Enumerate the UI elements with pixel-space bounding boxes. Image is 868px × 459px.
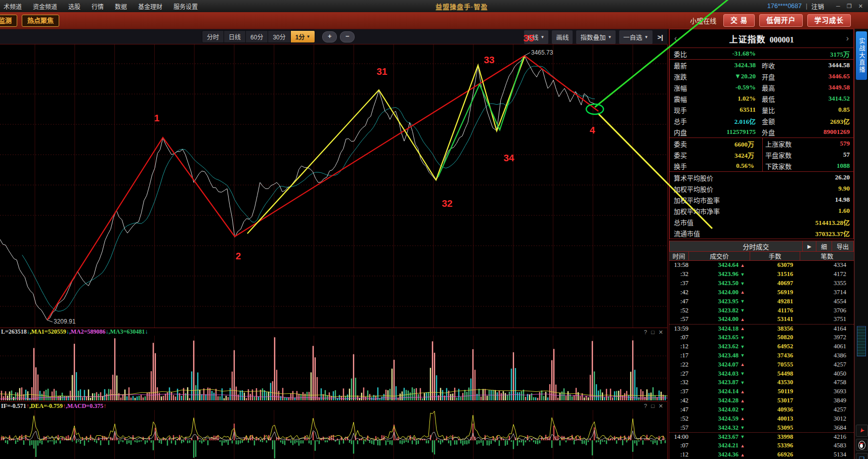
tick-column-header-3[interactable]: 手数 (750, 252, 800, 260)
tick-row[interactable]: :123424.36▲669265134 (669, 450, 854, 459)
tick-row[interactable]: :073423.65▼508203972 (669, 333, 854, 342)
period-button-4[interactable]: 30分 (268, 31, 290, 42)
quickbar-action-button-2[interactable]: 低佣开户 (759, 14, 803, 27)
tick-column-header-1[interactable]: 时间 (669, 252, 688, 260)
minimize-icon[interactable]: ─ (836, 3, 840, 10)
volume-bar (369, 394, 370, 400)
close-pane-icon[interactable]: ✕ (659, 402, 663, 409)
tick-row[interactable]: :523423.82▼411763706 (669, 306, 854, 315)
menu-item-4[interactable]: 行情 (86, 2, 109, 11)
price-chart-svg (0, 44, 668, 328)
tick-lots: 38356 (750, 325, 800, 333)
breadth-left: 委买3424万 (670, 149, 762, 160)
next-stock-icon[interactable]: › (842, 34, 853, 43)
quickbar-action-button-1[interactable]: 交 易 (723, 14, 755, 27)
zoom-in-button[interactable]: + (322, 31, 337, 42)
screenshot-tool-icon[interactable]: ❏ (856, 453, 868, 459)
help-icon[interactable]: ? (644, 402, 647, 409)
tick-row[interactable]: :223424.07▲705554257 (669, 360, 854, 369)
tick-price-cell: 3424.00▲ (688, 289, 750, 296)
volume-bar (653, 387, 654, 400)
restore-icon[interactable]: ❐ (847, 3, 852, 10)
macd-bar (440, 440, 441, 444)
side-slider-widget[interactable] (857, 326, 866, 356)
tick-row[interactable]: 13:593424.18▲383564164 (669, 324, 854, 333)
period-button-1[interactable]: 分时 (202, 31, 224, 42)
pointer-tool-icon[interactable]: ➤ (856, 425, 868, 437)
volume-bar (161, 396, 162, 400)
tick-row[interactable]: 13:583424.64▲630794334 (669, 261, 854, 270)
macd-bar (521, 440, 522, 442)
tick-row[interactable]: :373423.50▼406973355 (669, 279, 854, 288)
live-broadcast-tab[interactable]: 实战大直播 (856, 31, 867, 80)
close-icon[interactable]: ✕ (858, 3, 863, 10)
volume-bar (116, 376, 117, 400)
quickbar-action-button-3[interactable]: 学习成长 (807, 14, 851, 27)
tick-row[interactable]: :173423.48▼374364386 (669, 351, 854, 360)
tick-row[interactable]: :473424.02▼409364257 (669, 405, 854, 415)
zoom-out-button[interactable]: − (340, 31, 355, 42)
quote-row-3: 涨幅-0.59%最高3449.58 (670, 82, 853, 93)
toolbar-button-2[interactable]: 画线 (552, 30, 573, 44)
menu-item-1[interactable]: 术频道 (0, 2, 27, 11)
arrow-up-icon: ▲ (740, 317, 746, 322)
period-button-2[interactable]: 日线 (224, 31, 246, 42)
maximize-pane-icon[interactable]: □ (651, 402, 655, 409)
tick-row[interactable]: :123423.62▼649524061 (669, 342, 854, 351)
qq-messenger-icon[interactable] (856, 439, 868, 451)
macd-bar (636, 440, 637, 446)
period-button-5[interactable]: 1分▼ (291, 31, 315, 42)
tick-column-header-4[interactable]: 笔数 (800, 252, 854, 260)
expand-icon[interactable]: ▶ (802, 241, 816, 251)
tick-row[interactable]: :573424.32▼530953684 (669, 423, 854, 432)
volume-bar (286, 397, 287, 400)
volume-chart[interactable] (0, 336, 668, 401)
online-status[interactable]: 小盟在线 (690, 16, 716, 25)
help-icon[interactable]: ? (644, 329, 647, 336)
toolbar-button-1[interactable]: K线▼ (524, 30, 549, 44)
menu-item-7[interactable]: 服务设置 (168, 2, 203, 11)
tick-export-button[interactable]: 导出 (832, 241, 853, 251)
menu-item-5[interactable]: 数据 (109, 2, 133, 11)
menu-item-2[interactable]: 资金频道 (27, 2, 63, 11)
toolbar-button-4[interactable]: 一自选▼ (619, 30, 652, 44)
logout-link[interactable]: 注销 (811, 2, 824, 11)
macd-bar (54, 440, 55, 444)
menu-item-6[interactable]: 基金理财 (133, 2, 168, 11)
tick-row[interactable]: 14:003423.67▼339984216 (669, 432, 854, 441)
volume-bar (339, 395, 340, 400)
macd-bar (466, 440, 467, 444)
quickbar-button-1[interactable]: 监测 (0, 15, 17, 27)
menu-item-3[interactable]: 选股 (63, 2, 86, 11)
tick-column-header-2[interactable]: 成交价 (688, 252, 750, 260)
quote-label: 最低 (756, 94, 794, 104)
toolbar-button-3[interactable]: 指数叠加▼ (576, 30, 616, 44)
prev-stock-icon[interactable]: ‹ (670, 34, 681, 43)
tick-row[interactable]: :473423.95▼492814554 (669, 297, 854, 306)
tick-row[interactable]: :423424.28▲530173849 (669, 396, 854, 405)
tick-table-rows[interactable]: 13:583424.64▲630794334:323423.96▼3151641… (669, 261, 854, 459)
macd-chart[interactable] (0, 410, 668, 459)
tick-row[interactable]: :373424.14▲501193693 (669, 387, 854, 396)
tick-row[interactable]: :523424.59▲400133012 (669, 414, 854, 423)
volume-bar (559, 393, 560, 400)
tick-price: 3423.50 (718, 280, 739, 287)
tick-detail-button[interactable]: 细 (816, 241, 832, 251)
tick-row[interactable]: :273424.03▼544984050 (669, 369, 854, 378)
tick-row[interactable]: :423424.00▲569193714 (669, 288, 854, 297)
macd-bar (240, 440, 241, 443)
indicator-value: ,MA2=589086 (69, 328, 106, 335)
collapse-panel-icon[interactable]: >| (656, 31, 665, 43)
maximize-pane-icon[interactable]: □ (651, 329, 655, 336)
tick-row[interactable]: :323423.96▼315164172 (669, 270, 854, 279)
volume-bar (262, 388, 263, 400)
quickbar-button-2[interactable]: 热点聚焦 (22, 15, 59, 27)
main-price-chart[interactable] (0, 44, 668, 328)
tick-row[interactable]: :323423.87▼435304758 (669, 378, 854, 387)
period-label: 60分 (250, 32, 263, 41)
macd-bar (126, 440, 127, 444)
tick-row[interactable]: :573424.00▲531413751 (669, 315, 854, 324)
close-pane-icon[interactable]: ✕ (659, 329, 663, 336)
tick-row[interactable]: :073424.21▲533964583 (669, 441, 854, 450)
period-button-3[interactable]: 60分 (246, 31, 268, 42)
